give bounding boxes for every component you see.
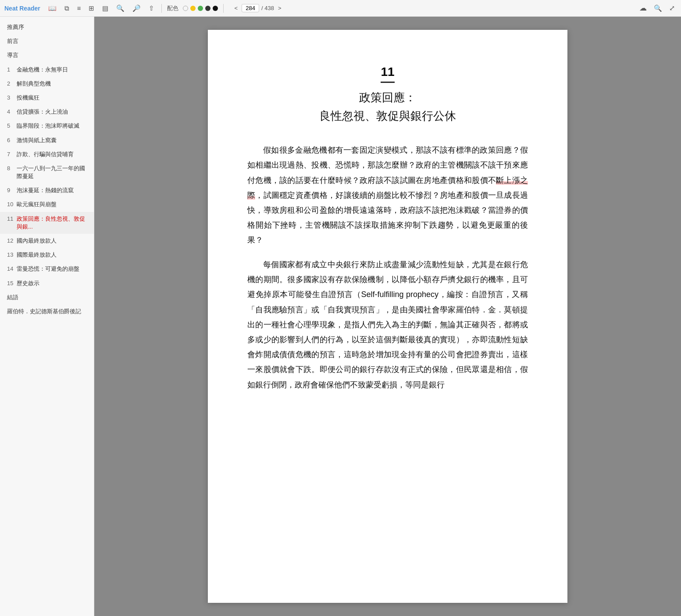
sidebar-item-num: 8 [7,165,15,180]
sidebar-item-num: 11 [7,215,15,231]
chapter-title: 政策回應： 良性忽視、敦促與銀行公休 [247,89,528,125]
color-dark[interactable] [205,6,210,11]
highlight-1: 斷上漲之際 [247,176,528,200]
toolbar: Neat Reader 📖 ⧉ ≡ ⊞ ▤ 🔍 🔎 ⇧ 配色 < / 438 >… [0,0,681,17]
separator-2 [223,4,224,13]
sidebar-item-item-5[interactable]: 5臨界階段：泡沫即將破滅 [0,119,94,133]
color-black[interactable] [213,6,218,11]
sidebar-item-label: 歷史啟示 [17,279,39,287]
separator-1 [161,4,162,13]
sidebar-item-num: 15 [7,279,15,287]
sidebar-item-label: 泡沫蔓延：熱錢的流竄 [17,186,74,194]
search-right-icon[interactable]: 🔍 [652,4,664,13]
upload-icon[interactable]: ⇧ [147,4,156,13]
sidebar-item-label: 詐欺、行騙與信貸哺育 [17,150,74,158]
page-navigation: < / 438 > [232,4,283,12]
next-page-button[interactable]: > [276,4,283,12]
search2-icon[interactable]: 🔎 [131,4,143,13]
sidebar-item-item-15[interactable]: 15歷史啟示 [0,276,94,290]
sidebar-item-num: 13 [7,251,15,259]
sidebar-item-label: 一六一八到一九三一年的國際蔓延 [17,165,87,180]
color-yellow[interactable] [190,6,196,11]
sidebar-item-item-6[interactable]: 6激情與紙上窩囊 [0,133,94,147]
color-label: 配色 [167,4,178,12]
sidebar-item-label: 臨界階段：泡沫即將破滅 [17,122,79,130]
sidebar-item-item-11[interactable]: 11政策回應：良性忽視、敦促與銀... [0,212,94,234]
color-white[interactable] [183,6,188,11]
sidebar-item-item-2[interactable]: 2解剖典型危機 [0,77,94,91]
sidebar-item-num: 5 [7,122,15,130]
sidebar-item-num: 10 [7,201,15,208]
sidebar-item-label: 國際最終放款人 [17,251,57,259]
sidebar-item-label: 雷曼恐慌：可避免的崩盤 [17,265,79,273]
sidebar-item-label: 前言 [7,38,18,44]
sidebar-item-num: 1 [7,66,15,74]
sidebar-item-item-8[interactable]: 8一六一八到一九三一年的國際蔓延 [0,161,94,183]
sidebar-item-item-1[interactable]: 1金融危機：永無寧日 [0,63,94,77]
prev-page-button[interactable]: < [232,4,239,12]
color-options [183,6,218,11]
sidebar-item-item-4[interactable]: 4信貸擴張：火上澆油 [0,105,94,119]
main-layout: 推薦序前言導言1金融危機：永無寧日2解剖典型危機3投機瘋狂4信貸擴張：火上澆油5… [0,17,681,616]
fullscreen-icon[interactable]: ⤢ [667,3,677,13]
sidebar-item-label: 國內最終放款人 [17,237,57,245]
cloud-icon[interactable]: ☁ [638,3,649,14]
page-number-input[interactable] [242,4,259,12]
sidebar-item-item-epilogue[interactable]: 結語 [0,290,94,304]
sidebar-item-num: 6 [7,136,15,144]
sidebar-item-num: 9 [7,186,15,194]
menu-icon[interactable]: ≡ [75,4,83,13]
search-icon[interactable]: 🔍 [114,4,126,13]
sidebar-item-label: 結語 [7,294,18,301]
sidebar-item-item-afterword[interactable]: 羅伯特．史記德斯基伯爵後記 [0,304,94,319]
sidebar-item-label: 推薦序 [7,24,24,30]
paragraph-1: 假如很多金融危機都有一套固定演變模式，那該不該有標準的政策回應？假如相繼出現過熱… [247,143,528,247]
chapter-body: 假如很多金融危機都有一套固定演變模式，那該不該有標準的政策回應？假如相繼出現過熱… [247,143,528,392]
sidebar-item-item-13[interactable]: 13國際最終放款人 [0,248,94,262]
sidebar-item-item-intro[interactable]: 導言 [0,48,94,62]
color-green[interactable] [198,6,203,11]
chapter-title-line2: 良性忽視、敦促與銀行公休 [319,109,456,122]
sidebar-item-item-12[interactable]: 12國內最終放款人 [0,234,94,248]
app-title: Neat Reader [4,5,40,12]
sidebar-item-item-3[interactable]: 3投機瘋狂 [0,91,94,105]
page-icon[interactable]: ▤ [100,4,110,13]
page: 11 政策回應： 良性忽視、敦促與銀行公休 假如很多金融危機都有一套固定演變模式… [208,30,567,603]
sidebar-item-item-9[interactable]: 9泡沫蔓延：熱錢的流竄 [0,183,94,197]
sidebar-item-item-7[interactable]: 7詐欺、行騙與信貸哺育 [0,147,94,161]
copy-icon[interactable]: ⧉ [63,4,71,13]
sidebar-item-num: 7 [7,150,15,158]
grid-icon[interactable]: ⊞ [87,4,96,13]
sidebar-item-label: 政策回應：良性忽視、敦促與銀... [17,215,87,231]
content-area[interactable]: 11 政策回應： 良性忽視、敦促與銀行公休 假如很多金融危機都有一套固定演變模式… [94,17,681,616]
sidebar-item-label: 信貸擴張：火上澆油 [17,108,68,116]
bookmark-icon[interactable]: 📖 [46,4,58,13]
sidebar-item-item-14[interactable]: 14雷曼恐慌：可避免的崩盤 [0,262,94,276]
chapter-number: 11 [381,65,394,83]
sidebar-item-label: 導言 [7,52,18,58]
sidebar-item-num: 3 [7,94,15,102]
sidebar-item-item-preface[interactable]: 推薦序 [0,20,94,34]
sidebar: 推薦序前言導言1金融危機：永無寧日2解剖典型危機3投機瘋狂4信貸擴張：火上澆油5… [0,17,94,616]
sidebar-item-num: 2 [7,80,15,88]
sidebar-item-label: 解剖典型危機 [17,80,51,88]
sidebar-item-item-foreword[interactable]: 前言 [0,34,94,48]
sidebar-item-label: 歐元瘋狂與崩盤 [17,201,57,208]
sidebar-item-label: 羅伯特．史記德斯基伯爵後記 [7,308,81,315]
toolbar-right: ☁ 🔍 ⤢ [638,3,677,14]
sidebar-item-label: 金融危機：永無寧日 [17,66,68,74]
sidebar-item-num: 4 [7,108,15,116]
page-separator: / 438 [261,5,274,11]
sidebar-item-label: 投機瘋狂 [17,94,39,102]
sidebar-item-num: 14 [7,265,15,273]
paragraph-2: 每個國家都有成立中央銀行來防止或盡量減少流動性短缺，尤其是在銀行危機的期間。很多… [247,257,528,392]
sidebar-item-label: 激情與紙上窩囊 [17,136,57,144]
sidebar-item-num: 12 [7,237,15,245]
sidebar-item-item-10[interactable]: 10歐元瘋狂與崩盤 [0,197,94,211]
chapter-title-line1: 政策回應： [359,91,416,104]
